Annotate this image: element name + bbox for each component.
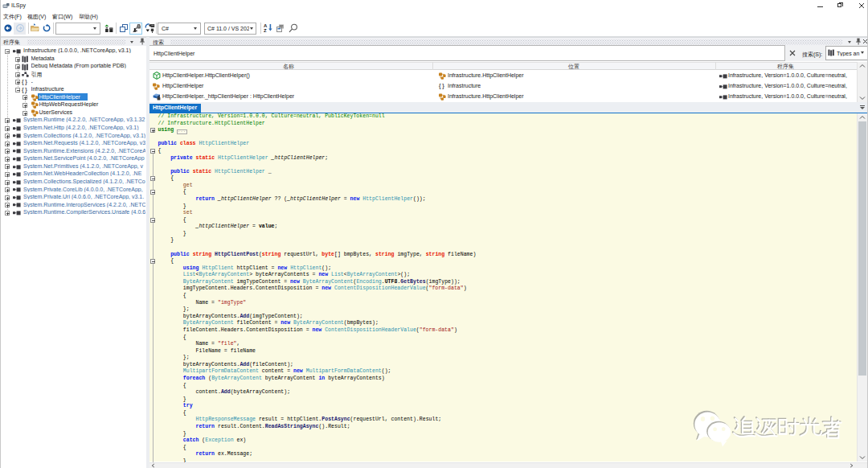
svg-text:Z: Z (264, 28, 267, 33)
